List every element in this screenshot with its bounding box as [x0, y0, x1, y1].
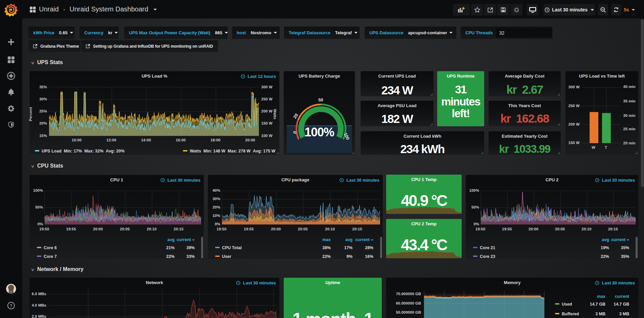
svg-text:50: 50 — [318, 97, 323, 102]
svg-text:?: ? — [10, 304, 12, 308]
